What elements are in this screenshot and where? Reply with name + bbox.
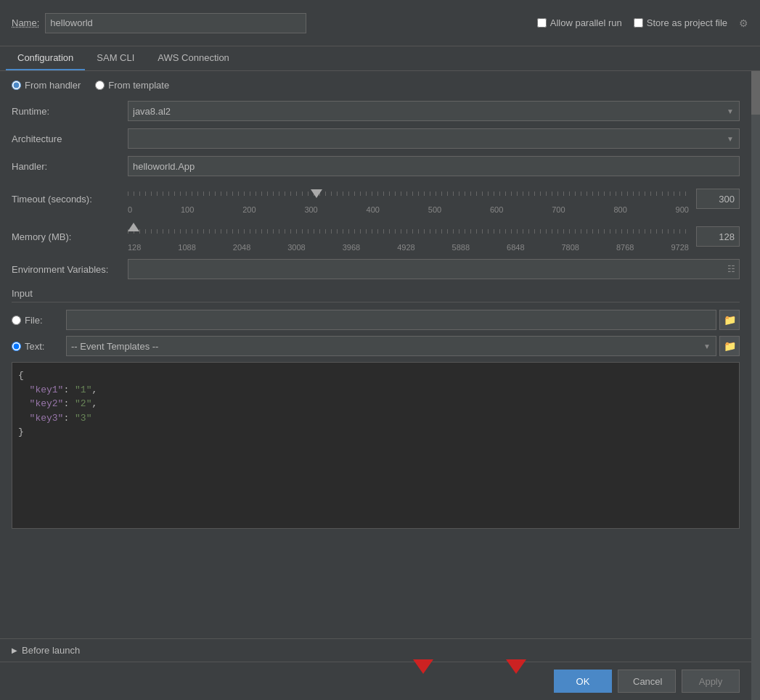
store-project-checkbox[interactable]: Store as project file bbox=[634, 17, 727, 28]
timeout-ticks: 0 100 200 300 400 500 600 700 800 900 bbox=[128, 204, 689, 214]
text-radio-label: Text: bbox=[12, 341, 66, 352]
file-browse-button[interactable]: 📁 bbox=[719, 310, 740, 330]
architecture-row: Architecture bbox=[12, 128, 740, 149]
run-config-dialog: Name: Allow parallel run Store as projec… bbox=[0, 0, 760, 700]
chevron-right-icon: ▶ bbox=[12, 646, 17, 654]
architecture-label: Architecture bbox=[12, 133, 128, 144]
tab-configuration[interactable]: Configuration bbox=[6, 46, 85, 70]
text-input-row: Text: -- Event Templates -- 📁 bbox=[12, 336, 740, 356]
memory-track bbox=[128, 221, 689, 242]
from-handler-label: From handler bbox=[25, 80, 81, 91]
file-field-wrapper: 📁 bbox=[66, 310, 740, 330]
memory-ticks: 128 1088 2048 3008 3968 4928 5888 6848 7… bbox=[128, 242, 689, 252]
runtime-select-wrapper: java8.al2 bbox=[128, 101, 740, 121]
text-radio[interactable] bbox=[12, 342, 21, 351]
file-label: File: bbox=[25, 315, 43, 326]
scrollbar-thumb[interactable] bbox=[751, 71, 760, 115]
file-input-row: File: 📁 bbox=[12, 310, 740, 330]
file-radio[interactable] bbox=[12, 316, 21, 325]
before-launch-label: Before launch bbox=[22, 645, 80, 656]
dialog-footer: OK Cancel Apply bbox=[0, 662, 751, 700]
memory-slider[interactable] bbox=[128, 230, 689, 233]
timeout-row: Timeout (seconds): 0 100 200 300 400 500 bbox=[12, 184, 740, 214]
allow-parallel-check[interactable] bbox=[537, 18, 547, 28]
scrollbar[interactable] bbox=[751, 71, 760, 700]
tab-sam-cli[interactable]: SAM CLI bbox=[85, 46, 146, 70]
memory-label: Memory (MB): bbox=[12, 231, 128, 242]
timeout-slider[interactable] bbox=[128, 192, 689, 195]
from-template-label: From template bbox=[108, 80, 169, 91]
event-templates-wrapper: -- Event Templates -- bbox=[66, 336, 716, 356]
dialog-body: From handler From template Runtime: java… bbox=[0, 71, 760, 700]
memory-value-input[interactable] bbox=[696, 226, 740, 247]
runtime-row: Runtime: java8.al2 bbox=[12, 101, 740, 121]
main-content: From handler From template Runtime: java… bbox=[0, 71, 751, 700]
before-launch-section[interactable]: ▶ Before launch bbox=[0, 638, 751, 662]
store-project-check[interactable] bbox=[634, 18, 643, 28]
env-variables-input[interactable] bbox=[128, 259, 740, 279]
cancel-button[interactable]: Cancel bbox=[618, 670, 676, 693]
env-edit-icon[interactable]: ☷ bbox=[727, 264, 735, 274]
memory-row: Memory (MB): 128 1088 2048 3008 3968 492… bbox=[12, 221, 740, 252]
input-section-title: Input bbox=[12, 288, 740, 302]
runtime-select[interactable]: java8.al2 bbox=[128, 101, 740, 121]
folder-icon: 📁 bbox=[724, 314, 736, 326]
name-label: Name: bbox=[12, 17, 39, 28]
timeout-track bbox=[128, 184, 689, 204]
env-variables-label: Environment Variables: bbox=[12, 264, 128, 275]
ok-arrow bbox=[413, 659, 433, 674]
timeout-slider-container: 0 100 200 300 400 500 600 700 800 900 bbox=[128, 184, 689, 214]
folder-icon-2: 📁 bbox=[724, 340, 736, 352]
architecture-select-wrapper bbox=[128, 128, 740, 149]
runtime-label: Runtime: bbox=[12, 106, 128, 117]
store-project-label: Store as project file bbox=[647, 17, 727, 28]
architecture-select[interactable] bbox=[128, 128, 740, 149]
file-radio-label: File: bbox=[12, 315, 66, 326]
tab-bar: Configuration SAM CLI AWS Connection bbox=[0, 46, 760, 71]
json-editor[interactable]: { "key1": "1", "key2": "2", "key3": "3" … bbox=[12, 362, 740, 529]
env-variables-row: Environment Variables: ☷ bbox=[12, 259, 740, 279]
from-handler-radio[interactable]: From handler bbox=[12, 80, 81, 91]
apply-arrow bbox=[506, 659, 526, 674]
allow-parallel-checkbox[interactable]: Allow parallel run bbox=[537, 17, 622, 28]
header-options: Allow parallel run Store as project file… bbox=[537, 17, 748, 29]
source-radio-group: From handler From template bbox=[12, 80, 740, 91]
from-template-radio[interactable]: From template bbox=[95, 80, 169, 91]
handler-row: Handler: bbox=[12, 156, 740, 176]
file-input[interactable] bbox=[66, 310, 716, 330]
gear-icon[interactable]: ⚙ bbox=[739, 17, 748, 29]
dialog-header: Name: Allow parallel run Store as projec… bbox=[0, 0, 760, 46]
allow-parallel-label: Allow parallel run bbox=[550, 17, 622, 28]
memory-slider-container: 128 1088 2048 3008 3968 4928 5888 6848 7… bbox=[128, 221, 689, 252]
name-input[interactable] bbox=[45, 13, 306, 33]
ok-button[interactable]: OK bbox=[554, 670, 612, 693]
timeout-label: Timeout (seconds): bbox=[12, 194, 128, 205]
handler-label: Handler: bbox=[12, 161, 128, 172]
text-label: Text: bbox=[25, 341, 44, 352]
text-field-wrapper: -- Event Templates -- 📁 bbox=[66, 336, 740, 356]
env-input-wrapper: ☷ bbox=[128, 259, 740, 279]
event-templates-select[interactable]: -- Event Templates -- bbox=[66, 336, 716, 356]
apply-button[interactable]: Apply bbox=[682, 670, 740, 693]
tab-aws-connection[interactable]: AWS Connection bbox=[146, 46, 241, 70]
handler-input[interactable] bbox=[128, 156, 740, 176]
config-content: From handler From template Runtime: java… bbox=[0, 71, 751, 638]
text-browse-button[interactable]: 📁 bbox=[719, 336, 740, 356]
timeout-value-input[interactable] bbox=[696, 189, 740, 209]
